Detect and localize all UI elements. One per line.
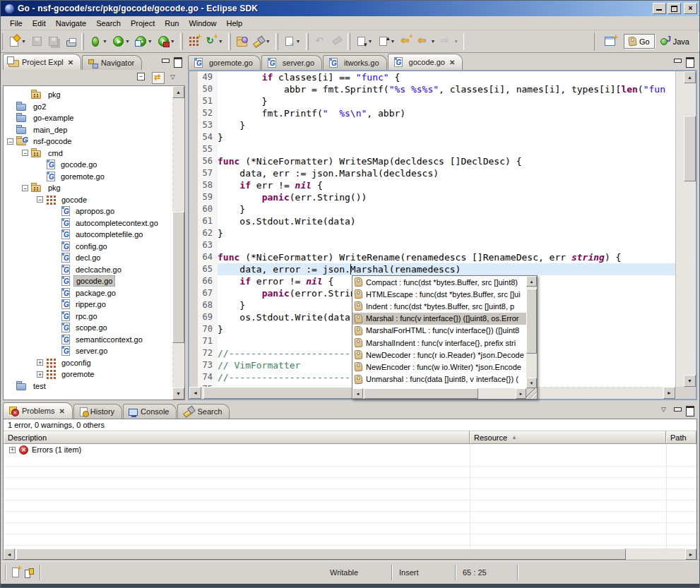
tree-item-apropos.go[interactable]: apropos.go [4,205,172,217]
column-header-description[interactable]: Description [4,431,470,444]
link-with-editor-icon[interactable] [152,72,165,84]
next-annotation-button[interactable]: ▼ [281,34,304,49]
tree-item-semanticcontext.go[interactable]: semanticcontext.go [4,334,172,346]
tree-item-gocode.go[interactable]: gocode.go [4,275,172,287]
scroll-up-button[interactable]: ▲ [172,86,184,98]
dropdown-arrow-icon[interactable]: ▼ [21,39,26,44]
dropdown-arrow-icon[interactable]: ▼ [296,39,301,44]
tree-item-ripper.go[interactable]: ripper.go [4,299,172,311]
search-button[interactable]: ▼ [250,34,273,49]
tree-item-goremote.go[interactable]: goremote.go [4,171,172,183]
run-button[interactable]: ▼ [110,34,133,49]
tree-item-cmd[interactable]: cmd [4,148,172,160]
dropdown-arrow-icon[interactable]: ▼ [218,39,223,44]
scroll-thumb[interactable] [684,116,696,182]
collapse-expander-icon[interactable] [7,138,13,145]
dropdown-arrow-icon[interactable]: ▼ [170,39,175,44]
scroll-thumb[interactable] [526,289,537,354]
scroll-down-button[interactable]: ▼ [172,388,184,400]
scroll-right-button[interactable]: ► [663,387,675,399]
tree-item-package.go[interactable]: package.go [4,287,172,299]
menu-item-run[interactable]: Run [160,18,184,29]
window-minimize-button[interactable] [653,3,666,14]
dropdown-arrow-icon[interactable]: ▼ [125,39,130,44]
scroll-down-button[interactable]: ▼ [526,378,537,388]
tree-item-test[interactable]: test [4,380,172,392]
tab-close-icon[interactable]: ✕ [449,59,455,66]
problems-row[interactable]: Errors (1 item) [4,444,696,455]
view-tab-search[interactable]: Search [177,404,230,419]
scroll-left-button[interactable]: ◄ [4,548,15,560]
view-tab-console[interactable]: Console [123,404,177,419]
dropdown-arrow-icon[interactable]: ▼ [148,39,153,44]
tree-item-rpc.go[interactable]: rpc.go [4,311,172,323]
collapse-expander-icon[interactable] [22,150,28,156]
menu-item-navigate[interactable]: Navigate [51,18,91,29]
fast-view-icon[interactable] [12,568,19,577]
new-wizard-button[interactable]: ▼ [6,34,29,49]
autocomplete-item[interactable]: Unmarshal : func(data []uint8, v interfa… [352,373,526,385]
column-header-resource[interactable]: Resource▲ [470,431,666,444]
perspective-button-java[interactable]: Java [656,34,694,49]
show-in-button[interactable]: ▼ [353,34,376,49]
tree-item-decl.go[interactable]: decl.go [4,252,172,264]
scroll-up-button[interactable]: ▲ [526,276,537,287]
dropdown-arrow-icon[interactable]: ▼ [102,39,107,44]
view-menu-icon[interactable] [660,406,670,414]
scroll-up-button[interactable]: ▲ [684,71,696,83]
window-close-button[interactable]: × [684,3,697,14]
autocomplete-item[interactable]: HTMLEscape : func(dst *bytes.Buffer, src… [352,288,526,300]
view-tab-problems[interactable]: Problems✕ [3,402,73,419]
view-tab-project-expl[interactable]: Project Expl✕ [3,54,81,70]
debug-button[interactable]: ▼ [87,34,110,49]
window-maximize-button[interactable] [668,3,681,14]
scroll-right-button[interactable]: ► [516,388,526,399]
tree-item-main-dep[interactable]: main_dep [4,124,172,136]
scroll-thumb[interactable] [172,212,184,343]
expand-icon[interactable] [9,447,16,453]
tree-item-server.go[interactable]: server.go [4,345,172,357]
annotation-navigation-icon[interactable] [25,568,34,577]
back-button[interactable]: ▼ [415,34,438,49]
overview-ruler[interactable] [675,71,684,387]
scroll-left-button[interactable]: ◄ [352,388,363,399]
tree-item-goremote[interactable]: goremote [4,368,172,380]
dropdown-arrow-icon[interactable]: ▼ [430,39,435,44]
popup-resize-grip[interactable] [526,388,537,399]
tree-item-pkg[interactable]: pkg [4,89,172,101]
expand-expander-icon[interactable] [37,371,43,378]
menu-item-edit[interactable]: Edit [28,18,51,29]
tab-close-icon[interactable]: ✕ [68,59,73,66]
dropdown-arrow-icon[interactable]: ▼ [453,39,458,44]
menu-item-project[interactable]: Project [126,18,160,29]
menu-item-window[interactable]: Window [184,18,221,29]
dropdown-arrow-icon[interactable]: ▼ [368,39,373,44]
explorer-vertical-scrollbar[interactable]: ▲ ▼ [172,86,184,400]
go-install-button[interactable]: ▼ [203,34,226,49]
tree-item-nsf-gocode[interactable]: nsf-gocode [4,136,172,148]
tree-item-config.go[interactable]: config.go [4,241,172,253]
menu-item-help[interactable]: Help [222,18,248,29]
dropdown-arrow-icon[interactable]: ▼ [266,39,271,44]
menu-item-search[interactable]: Search [91,18,126,29]
maximize-view-icon[interactable] [684,57,694,66]
minimize-view-icon[interactable] [672,57,682,66]
print-button[interactable] [64,35,79,49]
new-go-package-button[interactable] [186,34,203,49]
external-tools-button[interactable]: ▼ [155,34,178,49]
autocomplete-item[interactable]: Indent : func(dst *bytes.Buffer, src []u… [352,300,526,312]
run-history-button[interactable]: ▼ [133,34,155,49]
autocomplete-item[interactable]: MarshalIndent : func(v interface{}, pref… [352,337,526,349]
autocomplete-item[interactable]: Marshal : func(v interface{}) ([]uint8, … [352,313,526,325]
maximize-view-icon[interactable] [684,406,694,414]
autocomplete-item[interactable]: MarshalForHTML : func(v interface{}) ([]… [352,325,526,337]
title-bar[interactable]: Go - nsf-gocode/src/pkg/gocode/gocode.go… [1,1,699,16]
autocomplete-item[interactable]: NewDecoder : func(r io.Reader) *json.Dec… [352,349,526,361]
collapse-all-icon[interactable] [136,72,148,84]
tree-item-autocompletecontext.go[interactable]: autocompletecontext.go [4,217,172,229]
navigate-up-button[interactable]: ▼ [375,34,398,49]
expand-expander-icon[interactable] [37,359,43,366]
tree-item-goconfig[interactable]: goconfig [4,357,172,369]
view-tab-navigator[interactable]: Navigator [82,55,142,70]
editor-tab-gocode.go[interactable]: gocode.go✕ [388,54,463,70]
